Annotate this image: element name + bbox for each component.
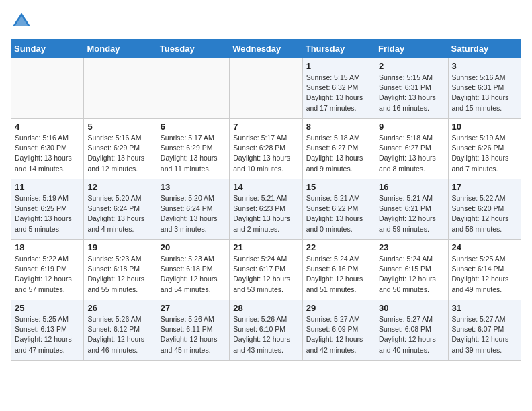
weekday-header-saturday: Saturday	[448, 40, 521, 58]
calendar-cell: 7Sunrise: 5:17 AM Sunset: 6:28 PM Daylig…	[230, 119, 302, 179]
weekday-header-thursday: Thursday	[302, 40, 375, 58]
calendar-cell: 25Sunrise: 5:25 AM Sunset: 6:13 PM Dayli…	[11, 300, 84, 361]
day-number: 28	[233, 303, 298, 313]
calendar-cell: 6Sunrise: 5:17 AM Sunset: 6:29 PM Daylig…	[157, 119, 229, 179]
day-number: 15	[306, 182, 371, 192]
day-info: Sunrise: 5:15 AM Sunset: 6:31 PM Dayligh…	[379, 73, 444, 113]
day-number: 21	[233, 242, 298, 253]
day-info: Sunrise: 5:21 AM Sunset: 6:22 PM Dayligh…	[306, 193, 371, 234]
weekday-header-friday: Friday	[375, 40, 448, 58]
calendar-week-row: 4Sunrise: 5:16 AM Sunset: 6:30 PM Daylig…	[11, 119, 521, 179]
day-info: Sunrise: 5:16 AM Sunset: 6:31 PM Dayligh…	[452, 73, 517, 113]
day-info: Sunrise: 5:22 AM Sunset: 6:19 PM Dayligh…	[15, 254, 80, 295]
calendar-week-row: 25Sunrise: 5:25 AM Sunset: 6:13 PM Dayli…	[11, 300, 521, 361]
calendar-table: SundayMondayTuesdayWednesdayThursdayFrid…	[11, 39, 521, 361]
day-number: 27	[161, 303, 226, 313]
day-info: Sunrise: 5:27 AM Sunset: 6:08 PM Dayligh…	[379, 314, 444, 355]
day-number: 1	[306, 61, 371, 71]
day-info: Sunrise: 5:16 AM Sunset: 6:29 PM Dayligh…	[87, 133, 152, 174]
day-number: 29	[306, 303, 371, 313]
calendar-cell	[11, 58, 84, 119]
day-info: Sunrise: 5:17 AM Sunset: 6:28 PM Dayligh…	[233, 133, 298, 174]
day-number: 31	[452, 303, 517, 313]
day-info: Sunrise: 5:16 AM Sunset: 6:30 PM Dayligh…	[15, 133, 80, 174]
calendar-cell: 17Sunrise: 5:22 AM Sunset: 6:20 PM Dayli…	[448, 179, 521, 240]
day-info: Sunrise: 5:24 AM Sunset: 6:17 PM Dayligh…	[233, 254, 298, 295]
calendar-cell: 8Sunrise: 5:18 AM Sunset: 6:27 PM Daylig…	[302, 119, 375, 179]
weekday-header-wednesday: Wednesday	[230, 40, 302, 58]
calendar-cell: 9Sunrise: 5:18 AM Sunset: 6:27 PM Daylig…	[375, 119, 448, 179]
day-info: Sunrise: 5:19 AM Sunset: 6:26 PM Dayligh…	[452, 133, 517, 174]
day-number: 23	[379, 242, 444, 253]
calendar-cell: 3Sunrise: 5:16 AM Sunset: 6:31 PM Daylig…	[448, 58, 521, 119]
calendar-cell: 5Sunrise: 5:16 AM Sunset: 6:29 PM Daylig…	[84, 119, 157, 179]
day-number: 14	[233, 182, 298, 192]
logo	[11, 11, 35, 32]
day-info: Sunrise: 5:25 AM Sunset: 6:13 PM Dayligh…	[15, 314, 80, 355]
page-header	[11, 11, 521, 32]
day-number: 18	[15, 242, 80, 253]
day-info: Sunrise: 5:18 AM Sunset: 6:27 PM Dayligh…	[306, 133, 371, 174]
day-number: 16	[379, 182, 444, 192]
weekday-header-row: SundayMondayTuesdayWednesdayThursdayFrid…	[11, 40, 521, 58]
calendar-cell: 4Sunrise: 5:16 AM Sunset: 6:30 PM Daylig…	[11, 119, 84, 179]
day-number: 19	[87, 242, 152, 253]
calendar-cell: 10Sunrise: 5:19 AM Sunset: 6:26 PM Dayli…	[448, 119, 521, 179]
day-number: 11	[15, 182, 80, 192]
calendar-cell: 22Sunrise: 5:24 AM Sunset: 6:16 PM Dayli…	[302, 240, 375, 300]
day-info: Sunrise: 5:27 AM Sunset: 6:09 PM Dayligh…	[306, 314, 371, 355]
day-info: Sunrise: 5:17 AM Sunset: 6:29 PM Dayligh…	[161, 133, 226, 174]
day-number: 20	[161, 242, 226, 253]
weekday-header-tuesday: Tuesday	[157, 40, 229, 58]
weekday-header-sunday: Sunday	[11, 40, 84, 58]
day-number: 30	[379, 303, 444, 313]
calendar-cell	[157, 58, 229, 119]
calendar-cell: 11Sunrise: 5:19 AM Sunset: 6:25 PM Dayli…	[11, 179, 84, 240]
calendar-week-row: 1Sunrise: 5:15 AM Sunset: 6:32 PM Daylig…	[11, 58, 521, 119]
day-number: 5	[87, 122, 152, 132]
day-info: Sunrise: 5:20 AM Sunset: 6:24 PM Dayligh…	[161, 193, 226, 234]
calendar-cell: 18Sunrise: 5:22 AM Sunset: 6:19 PM Dayli…	[11, 240, 84, 300]
calendar-cell: 20Sunrise: 5:23 AM Sunset: 6:18 PM Dayli…	[157, 240, 229, 300]
day-info: Sunrise: 5:23 AM Sunset: 6:18 PM Dayligh…	[161, 254, 226, 295]
day-number: 10	[452, 122, 517, 132]
calendar-cell: 29Sunrise: 5:27 AM Sunset: 6:09 PM Dayli…	[302, 300, 375, 361]
day-info: Sunrise: 5:26 AM Sunset: 6:10 PM Dayligh…	[233, 314, 298, 355]
calendar-cell: 2Sunrise: 5:15 AM Sunset: 6:31 PM Daylig…	[375, 58, 448, 119]
day-info: Sunrise: 5:26 AM Sunset: 6:11 PM Dayligh…	[161, 314, 226, 355]
day-info: Sunrise: 5:26 AM Sunset: 6:12 PM Dayligh…	[87, 314, 152, 355]
day-number: 13	[161, 182, 226, 192]
calendar-cell	[84, 58, 157, 119]
calendar-cell: 14Sunrise: 5:21 AM Sunset: 6:23 PM Dayli…	[230, 179, 302, 240]
calendar-cell: 23Sunrise: 5:24 AM Sunset: 6:15 PM Dayli…	[375, 240, 448, 300]
day-number: 2	[379, 61, 444, 71]
day-number: 22	[306, 242, 371, 253]
calendar-cell: 15Sunrise: 5:21 AM Sunset: 6:22 PM Dayli…	[302, 179, 375, 240]
calendar-cell: 1Sunrise: 5:15 AM Sunset: 6:32 PM Daylig…	[302, 58, 375, 119]
calendar-cell: 24Sunrise: 5:25 AM Sunset: 6:14 PM Dayli…	[448, 240, 521, 300]
day-number: 12	[87, 182, 152, 192]
day-number: 24	[452, 242, 517, 253]
day-info: Sunrise: 5:24 AM Sunset: 6:15 PM Dayligh…	[379, 254, 444, 295]
calendar-cell: 16Sunrise: 5:21 AM Sunset: 6:21 PM Dayli…	[375, 179, 448, 240]
calendar-cell: 31Sunrise: 5:27 AM Sunset: 6:07 PM Dayli…	[448, 300, 521, 361]
day-number: 9	[379, 122, 444, 132]
day-number: 4	[15, 122, 80, 132]
day-info: Sunrise: 5:20 AM Sunset: 6:24 PM Dayligh…	[87, 193, 152, 234]
calendar-cell: 13Sunrise: 5:20 AM Sunset: 6:24 PM Dayli…	[157, 179, 229, 240]
day-number: 3	[452, 61, 517, 71]
day-info: Sunrise: 5:18 AM Sunset: 6:27 PM Dayligh…	[379, 133, 444, 174]
day-info: Sunrise: 5:24 AM Sunset: 6:16 PM Dayligh…	[306, 254, 371, 295]
logo-icon	[11, 11, 32, 32]
calendar-cell: 21Sunrise: 5:24 AM Sunset: 6:17 PM Dayli…	[230, 240, 302, 300]
calendar-cell: 28Sunrise: 5:26 AM Sunset: 6:10 PM Dayli…	[230, 300, 302, 361]
day-number: 6	[161, 122, 226, 132]
calendar-cell: 26Sunrise: 5:26 AM Sunset: 6:12 PM Dayli…	[84, 300, 157, 361]
calendar-week-row: 11Sunrise: 5:19 AM Sunset: 6:25 PM Dayli…	[11, 179, 521, 240]
calendar-cell: 27Sunrise: 5:26 AM Sunset: 6:11 PM Dayli…	[157, 300, 229, 361]
day-number: 8	[306, 122, 371, 132]
day-info: Sunrise: 5:21 AM Sunset: 6:23 PM Dayligh…	[233, 193, 298, 234]
calendar-cell	[230, 58, 302, 119]
day-number: 25	[15, 303, 80, 313]
calendar-cell: 19Sunrise: 5:23 AM Sunset: 6:18 PM Dayli…	[84, 240, 157, 300]
